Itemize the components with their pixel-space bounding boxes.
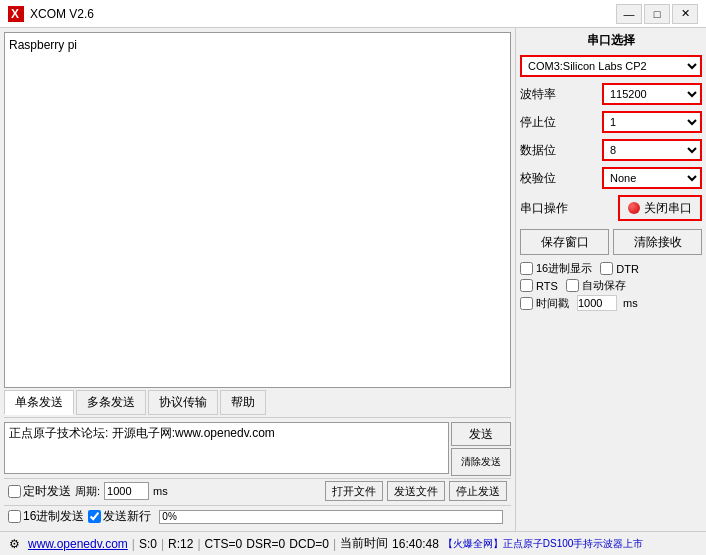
tabs-row: 单条发送 多条发送 协议传输 帮助 <box>4 388 511 418</box>
ms-label-right: ms <box>623 297 638 309</box>
timestamp-label[interactable]: 时间戳 <box>520 296 569 311</box>
progress-text: 0% <box>162 511 176 522</box>
send-input-row: 发送 清除发送 <box>4 422 511 476</box>
port-row: COM3:Silicon Labs CP2 <box>520 55 702 77</box>
send-file-button[interactable]: 发送文件 <box>387 481 445 501</box>
send-newline-label[interactable]: 发送新行 <box>88 508 151 525</box>
parity-select[interactable]: None <box>602 167 702 189</box>
send-newline-checkbox[interactable] <box>88 510 101 523</box>
auto-save-label[interactable]: 自动保存 <box>566 278 626 293</box>
tab-multi-send[interactable]: 多条发送 <box>76 390 146 415</box>
terminal-wrapper: Raspberry pi <box>4 32 511 388</box>
parity-label: 校验位 <box>520 170 556 187</box>
status-dcd: DCD=0 <box>289 537 329 551</box>
port-close-button[interactable]: 关闭串口 <box>618 195 702 221</box>
timed-send-checkbox[interactable] <box>8 485 21 498</box>
status-s: S:0 <box>139 537 157 551</box>
timed-send-label[interactable]: 定时发送 <box>8 483 71 500</box>
auto-save-checkbox[interactable] <box>566 279 579 292</box>
status-bar: ⚙ www.openedv.com | S:0 | R:12 | CTS=0 D… <box>0 531 706 555</box>
status-dsr: DSR=0 <box>246 537 285 551</box>
stop-send-button[interactable]: 停止发送 <box>449 481 507 501</box>
panel-title: 串口选择 <box>520 32 702 49</box>
rts-row: RTS 自动保存 <box>520 278 702 293</box>
status-time-label: 当前时间 <box>340 535 388 552</box>
dtr-label[interactable]: DTR <box>600 262 639 275</box>
svg-text:X: X <box>11 7 19 21</box>
save-window-button[interactable]: 保存窗口 <box>520 229 609 255</box>
action-row: 保存窗口 清除接收 <box>520 229 702 255</box>
hex-send-label[interactable]: 16进制发送 <box>8 508 84 525</box>
hex-display-label[interactable]: 16进制显示 <box>520 261 592 276</box>
data-bits-row: 数据位 8 <box>520 139 702 161</box>
auto-save-input[interactable] <box>577 295 617 311</box>
status-r: R:12 <box>168 537 193 551</box>
rts-label[interactable]: RTS <box>520 279 558 292</box>
timestamp-row: 时间戳 ms <box>520 295 702 311</box>
hex-display-row: 16进制显示 DTR <box>520 261 702 276</box>
right-panel: 串口选择 COM3:Silicon Labs CP2 波特率 115200 停止… <box>516 28 706 531</box>
ms-label-1: ms <box>153 485 168 497</box>
gear-icon[interactable]: ⚙ <box>4 534 24 554</box>
main-layout: Raspberry pi 单条发送 多条发送 协议传输 帮助 发送 <box>0 28 706 531</box>
terminal-scroll[interactable]: Raspberry pi <box>5 33 510 387</box>
window-title: XCOM V2.6 <box>30 7 94 21</box>
port-op-label: 串口操作 <box>520 200 568 217</box>
maximize-button[interactable]: □ <box>644 4 670 24</box>
led-indicator <box>628 202 640 214</box>
tab-protocol[interactable]: 协议传输 <box>148 390 218 415</box>
app-icon: X <box>8 6 24 22</box>
status-url[interactable]: www.openedv.com <box>28 537 128 551</box>
tab-help[interactable]: 帮助 <box>220 390 266 415</box>
period-label: 周期: <box>75 484 100 499</box>
minimize-button[interactable]: — <box>616 4 642 24</box>
terminal-content: Raspberry pi <box>9 37 506 54</box>
send-buttons: 发送 清除发送 <box>451 422 511 476</box>
rts-checkbox[interactable] <box>520 279 533 292</box>
clear-recv-button[interactable]: 清除接收 <box>613 229 702 255</box>
hex-send-checkbox[interactable] <box>8 510 21 523</box>
timestamp-checkbox[interactable] <box>520 297 533 310</box>
stop-bits-select[interactable]: 1 <box>602 111 702 133</box>
title-left: X XCOM V2.6 <box>8 6 94 22</box>
close-button[interactable]: ✕ <box>672 4 698 24</box>
status-cts: CTS=0 <box>205 537 243 551</box>
status-notice: 【火爆全网】正点原子DS100手持示波器上市 <box>443 537 702 551</box>
port-select[interactable]: COM3:Silicon Labs CP2 <box>520 55 702 77</box>
send-input[interactable] <box>4 422 449 474</box>
parity-row: 校验位 None <box>520 167 702 189</box>
baud-label: 波特率 <box>520 86 556 103</box>
port-op-row: 串口操作 关闭串口 <box>520 195 702 221</box>
data-bits-label: 数据位 <box>520 142 556 159</box>
open-file-button[interactable]: 打开文件 <box>325 481 383 501</box>
tab-single-send[interactable]: 单条发送 <box>4 390 74 415</box>
left-panel: Raspberry pi 单条发送 多条发送 协议传输 帮助 发送 <box>0 28 516 531</box>
bottom-controls-row2: 16进制发送 发送新行 0% <box>4 505 511 527</box>
stop-bits-row: 停止位 1 <box>520 111 702 133</box>
period-input[interactable] <box>104 482 149 500</box>
title-controls: — □ ✕ <box>616 4 698 24</box>
data-bits-select[interactable]: 8 <box>602 139 702 161</box>
send-button[interactable]: 发送 <box>451 422 511 446</box>
checks-panel: 16进制显示 DTR RTS 自动保存 <box>520 261 702 311</box>
baud-select[interactable]: 115200 <box>602 83 702 105</box>
bottom-controls-row1: 定时发送 周期: ms 打开文件 发送文件 停止发送 <box>4 478 511 503</box>
status-time-value: 16:40:48 <box>392 537 439 551</box>
hex-display-checkbox[interactable] <box>520 262 533 275</box>
stop-bits-label: 停止位 <box>520 114 556 131</box>
title-bar: X XCOM V2.6 — □ ✕ <box>0 0 706 28</box>
port-close-label: 关闭串口 <box>644 200 692 217</box>
dtr-checkbox[interactable] <box>600 262 613 275</box>
clear-send-button[interactable]: 清除发送 <box>451 448 511 476</box>
baud-row: 波特率 115200 <box>520 83 702 105</box>
send-area: 发送 清除发送 定时发送 周期: ms 打开文件 发送文件 停止发送 <box>4 422 511 527</box>
